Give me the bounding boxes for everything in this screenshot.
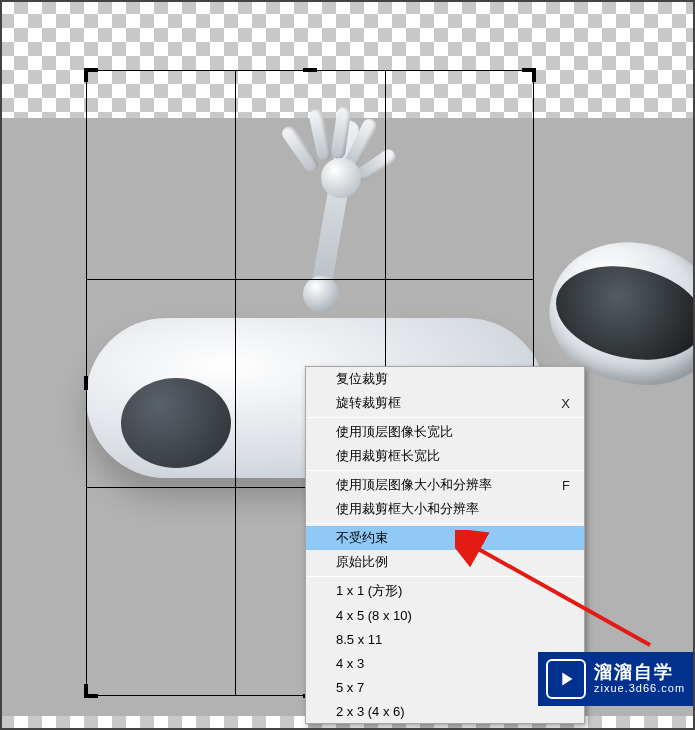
- menu-item-reset-crop[interactable]: 复位裁剪: [306, 367, 584, 391]
- menu-item-label: 1 x 1 (方形): [336, 582, 570, 600]
- menu-item-preset-85x11[interactable]: 8.5 x 11: [306, 627, 584, 651]
- crop-grid-line: [235, 70, 236, 696]
- menu-item-top-layer-size-res[interactable]: 使用顶层图像大小和分辨率 F: [306, 473, 584, 497]
- crop-handle-left[interactable]: [84, 376, 88, 390]
- menu-item-preset-1x1[interactable]: 1 x 1 (方形): [306, 579, 584, 603]
- menu-item-label: 8.5 x 11: [336, 632, 570, 647]
- menu-item-label: 4 x 5 (8 x 10): [336, 608, 570, 623]
- menu-item-crop-size-res[interactable]: 使用裁剪框大小和分辨率: [306, 497, 584, 521]
- menu-item-label: 复位裁剪: [336, 370, 570, 388]
- menu-item-rotate-crop[interactable]: 旋转裁剪框 X: [306, 391, 584, 415]
- menu-item-crop-ratio[interactable]: 使用裁剪框长宽比: [306, 444, 584, 468]
- menu-item-label: 不受约束: [336, 529, 570, 547]
- menu-item-label: 5 x 7: [336, 680, 570, 695]
- crop-handle-tr[interactable]: [532, 68, 536, 82]
- menu-item-label: 使用裁剪框大小和分辨率: [336, 500, 570, 518]
- menu-item-shortcut: F: [562, 478, 570, 493]
- menu-item-label: 2 x 3 (4 x 6): [336, 704, 570, 719]
- play-icon: [546, 659, 586, 699]
- menu-item-label: 使用顶层图像大小和分辨率: [336, 476, 546, 494]
- menu-item-label: 旋转裁剪框: [336, 394, 545, 412]
- crop-grid-line: [86, 279, 534, 280]
- menu-separator: [307, 417, 583, 418]
- menu-item-label: 原始比例: [336, 553, 570, 571]
- menu-separator: [307, 576, 583, 577]
- menu-item-label: 4 x 3: [336, 656, 570, 671]
- crop-handle-tl[interactable]: [84, 68, 88, 82]
- crop-handle-top[interactable]: [303, 68, 317, 72]
- menu-item-original-ratio[interactable]: 原始比例: [306, 550, 584, 574]
- watermark-subtitle: zixue.3d66.com: [594, 682, 685, 695]
- menu-item-preset-4x5[interactable]: 4 x 5 (8 x 10): [306, 603, 584, 627]
- menu-item-shortcut: X: [561, 396, 570, 411]
- menu-item-label: 使用裁剪框长宽比: [336, 447, 570, 465]
- watermark-badge: 溜溜自学 zixue.3d66.com: [538, 652, 693, 706]
- watermark-title: 溜溜自学: [594, 663, 685, 683]
- menu-separator: [307, 523, 583, 524]
- menu-item-label: 使用顶层图像长宽比: [336, 423, 570, 441]
- menu-item-top-layer-ratio[interactable]: 使用顶层图像长宽比: [306, 420, 584, 444]
- crop-handle-bl[interactable]: [84, 684, 88, 698]
- menu-separator: [307, 470, 583, 471]
- menu-item-unconstrained[interactable]: 不受约束: [306, 526, 584, 550]
